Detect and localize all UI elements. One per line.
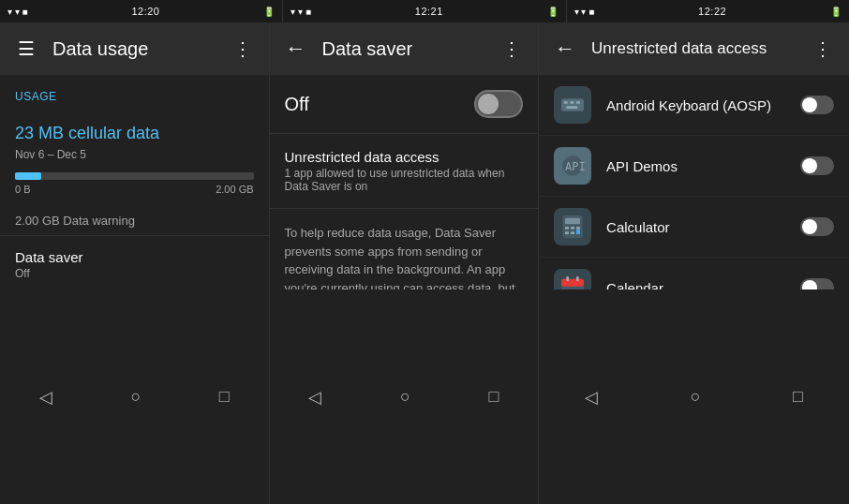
svg-rect-8: [565, 218, 580, 225]
svg-text:API: API: [565, 160, 586, 173]
app-toggle-calculator[interactable]: [800, 217, 834, 236]
app-item-calculator[interactable]: Calculator: [539, 197, 849, 258]
app-toggle-api[interactable]: [800, 156, 834, 175]
data-saver-toggle-row: Off: [270, 75, 539, 134]
bar-max: 2.00 GB: [216, 184, 253, 195]
usage-date: Nov 6 – Dec 5: [15, 148, 254, 161]
usage-bar-fill: [15, 172, 41, 180]
app-item-calendar[interactable]: 16 Calendar: [539, 258, 849, 289]
usage-number: 23: [15, 124, 34, 142]
svg-rect-14: [576, 230, 580, 234]
recent-nav-p3[interactable]: □: [785, 379, 811, 414]
data-saver-description: To help reduce data usage, Data Saver pr…: [270, 209, 539, 289]
app-icon-calculator: [554, 208, 591, 245]
svg-rect-18: [576, 276, 579, 281]
back-button-p2[interactable]: [285, 37, 307, 60]
svg-rect-17: [566, 276, 569, 281]
data-saver-value: Off: [15, 267, 254, 280]
panels: ☰ Data usage ⋮ Usage 23 MB cellular data…: [0, 22, 849, 504]
svg-rect-12: [565, 231, 569, 234]
more-options-button-p2[interactable]: ⋮: [500, 37, 523, 60]
app-item-android-keyboard[interactable]: Android Keyboard (AOSP): [539, 75, 849, 136]
appbar-data-saver: Data saver ⋮: [270, 22, 539, 75]
back-nav-p3[interactable]: ◁: [577, 379, 605, 415]
svg-rect-3: [576, 101, 580, 104]
app-name-keyboard: Android Keyboard (AOSP): [606, 97, 785, 113]
app-icon-calendar: 16: [554, 269, 591, 289]
usage-section: Usage 23 MB cellular data Nov 6 – Dec 5 …: [0, 75, 269, 206]
svg-rect-2: [570, 101, 573, 104]
signal-icon-p2: ▾ ▾ ■: [290, 7, 311, 17]
appbar-unrestricted: Unrestricted data access ⋮: [539, 22, 849, 75]
recent-nav-p2[interactable]: □: [481, 379, 506, 414]
svg-rect-13: [571, 231, 574, 234]
data-saver-toggle-label: Off: [285, 94, 309, 115]
data-usage-content: Usage 23 MB cellular data Nov 6 – Dec 5 …: [0, 75, 269, 289]
time-p3: 12:22: [698, 6, 726, 17]
app-name-api: API Demos: [606, 158, 785, 174]
app-icon-api: API: [554, 147, 591, 185]
unrestricted-app-list: Android Keyboard (AOSP) API API Demos Ca…: [539, 75, 849, 289]
back-button-p3[interactable]: [554, 37, 576, 60]
data-saver-title: Data saver: [15, 249, 254, 265]
app-name-calendar: Calendar: [606, 280, 785, 290]
svg-rect-4: [566, 106, 577, 109]
usage-unit: MB cellular data: [34, 124, 159, 142]
page-title-data-usage: Data usage: [52, 38, 216, 60]
data-saver-main-toggle[interactable]: [474, 90, 523, 118]
usage-bar-labels: 0 B 2.00 GB: [15, 184, 254, 195]
status-bar-panel1: ▾ ▾ ■ 12:20 🔋: [0, 0, 283, 22]
status-bars: ▾ ▾ ■ 12:20 🔋 ▾ ▾ ■ 12:21 🔋 ▾ ▾ ■ 12:22 …: [0, 0, 849, 22]
status-bar-panel2: ▾ ▾ ■ 12:21 🔋: [283, 0, 566, 22]
svg-rect-16: [561, 279, 584, 287]
svg-rect-1: [564, 101, 568, 104]
unrestricted-sub: 1 app allowed to use unrestricted data w…: [285, 167, 524, 193]
usage-label: Usage: [15, 90, 254, 103]
signal-icon-p3: ▾ ▾ ■: [574, 7, 595, 17]
appbar-data-usage: ☰ Data usage ⋮: [0, 22, 269, 75]
nav-bar-p2: ◁ ○ □: [270, 289, 539, 504]
bar-min: 0 B: [15, 184, 31, 195]
more-options-button[interactable]: ⋮: [231, 37, 254, 60]
status-bar-panel3: ▾ ▾ ■ 12:22 🔋: [567, 0, 849, 22]
home-nav-p3[interactable]: ○: [683, 379, 708, 414]
menu-button[interactable]: ☰: [15, 37, 37, 60]
time-p1: 12:20: [131, 6, 159, 17]
panel-unrestricted: Unrestricted data access ⋮ Android Keybo…: [539, 22, 849, 504]
time-p2: 12:21: [415, 6, 443, 17]
svg-rect-0: [561, 98, 584, 111]
usage-bar-bg: [15, 172, 254, 180]
svg-rect-9: [565, 227, 569, 230]
recent-nav-p1[interactable]: □: [212, 379, 237, 414]
unrestricted-title: Unrestricted data access: [285, 149, 524, 165]
app-toggle-calendar[interactable]: [800, 278, 834, 289]
page-title-unrestricted: Unrestricted data access: [591, 39, 797, 58]
usage-amount: 23 MB cellular data: [15, 107, 254, 144]
home-nav-p2[interactable]: ○: [393, 379, 418, 414]
more-options-button-p3[interactable]: ⋮: [812, 37, 834, 60]
usage-bar: 0 B 2.00 GB: [15, 172, 254, 195]
data-saver-content: Off Unrestricted data access 1 app allow…: [270, 75, 539, 289]
app-item-api-demos[interactable]: API API Demos: [539, 136, 849, 197]
app-icon-keyboard: [554, 86, 591, 124]
back-nav-p2[interactable]: ◁: [301, 379, 329, 415]
signal-icon-p1: ▾ ▾ ■: [7, 7, 28, 17]
panel-data-usage: ☰ Data usage ⋮ Usage 23 MB cellular data…: [0, 22, 270, 504]
svg-rect-11: [576, 227, 580, 230]
data-saver-item[interactable]: Data saver Off: [0, 236, 269, 289]
home-nav-p1[interactable]: ○: [123, 379, 148, 414]
data-warning: 2.00 GB Data warning: [0, 206, 269, 236]
back-nav-p1[interactable]: ◁: [32, 379, 60, 415]
svg-rect-10: [571, 227, 574, 230]
app-name-calculator: Calculator: [606, 219, 785, 235]
unrestricted-item[interactable]: Unrestricted data access 1 app allowed t…: [270, 134, 539, 209]
panel-data-saver: Data saver ⋮ Off Unrestricted data acces…: [270, 22, 540, 504]
nav-bar-p3: ◁ ○ □: [539, 289, 849, 504]
page-title-data-saver: Data saver: [322, 38, 486, 60]
nav-bar-p1: ◁ ○ □: [0, 289, 269, 504]
app-toggle-keyboard[interactable]: [800, 96, 834, 114]
